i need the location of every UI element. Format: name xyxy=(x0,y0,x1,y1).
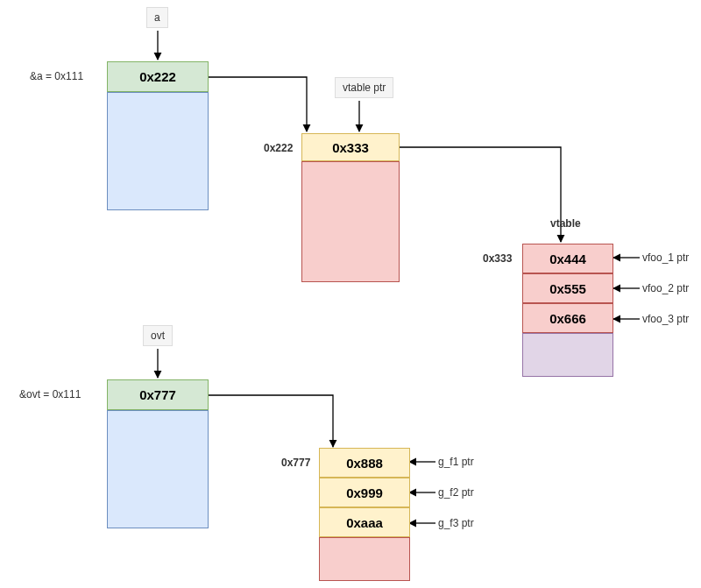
label-obj-address: 0x222 xyxy=(264,142,293,154)
label-vfoo3: vfoo_3 ptr xyxy=(642,313,689,325)
label-vfoo1: vfoo_1 ptr xyxy=(642,251,689,264)
label-gf1: g_f1 ptr xyxy=(438,456,474,468)
label-gf3: g_f3 ptr xyxy=(438,517,474,529)
label-gf2: g_f2 ptr xyxy=(438,486,474,499)
ovt-row-2: 0xaaa xyxy=(319,507,410,537)
ovt-body xyxy=(107,410,209,528)
label-a-address: &a = 0x111 xyxy=(30,70,83,82)
label-vtable-ptr: vtable ptr xyxy=(335,77,393,98)
arrow-obj-to-vtable xyxy=(399,147,561,242)
ovt-tail xyxy=(319,537,410,581)
vtable-row-2: 0x666 xyxy=(522,303,613,333)
ovt-row-1: 0x999 xyxy=(319,478,410,507)
ovt-row-0: 0x888 xyxy=(319,448,410,478)
label-ovt-table-address: 0x777 xyxy=(281,457,310,469)
vtable-tail xyxy=(522,333,613,377)
label-ovt-address: &ovt = 0x111 xyxy=(19,388,81,400)
label-ovt: ovt xyxy=(143,325,173,346)
a-body xyxy=(107,92,209,210)
arrow-a-to-obj xyxy=(209,77,307,131)
vtable-row-0: 0x444 xyxy=(522,244,613,273)
vtable-row-1: 0x555 xyxy=(522,273,613,303)
label-vtable-title: vtable xyxy=(550,217,581,230)
a-header-cell: 0x222 xyxy=(107,61,209,92)
obj-header-cell: 0x333 xyxy=(301,133,400,161)
obj-body xyxy=(301,161,400,282)
label-vtable-address: 0x333 xyxy=(483,252,512,265)
label-a: a xyxy=(146,7,168,28)
ovt-header-cell: 0x777 xyxy=(107,379,209,410)
label-vfoo2: vfoo_2 ptr xyxy=(642,282,689,294)
arrow-ovt-to-table xyxy=(209,395,333,447)
